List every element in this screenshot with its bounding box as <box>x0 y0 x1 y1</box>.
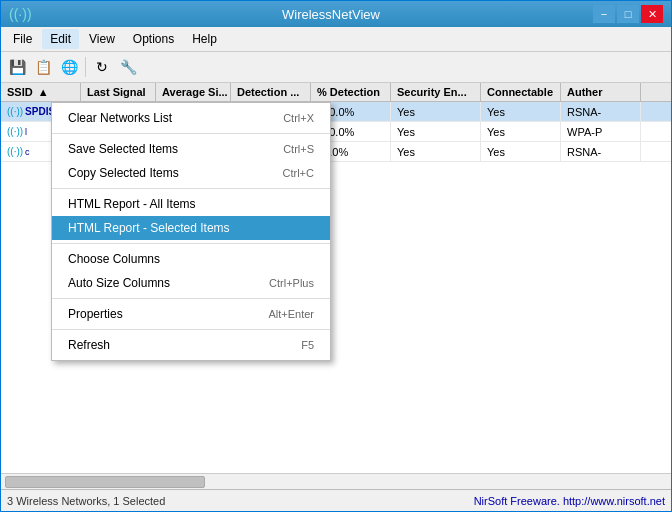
cell-sec: Yes <box>391 142 481 161</box>
menu-refresh[interactable]: Refresh F5 <box>52 333 330 357</box>
horizontal-scrollbar[interactable] <box>1 473 671 489</box>
main-window: ((·)) WirelessNetView − □ ✕ File Edit Vi… <box>0 0 672 512</box>
properties-icon: 🔧 <box>120 59 137 75</box>
table-body: ((·)) SPDIS FTPE A 100% 100% 2 100.0% Ye… <box>1 102 671 473</box>
col-header-auth[interactable]: Auther <box>561 83 641 101</box>
toolbar: 💾 📋 🌐 ↻ 🔧 <box>1 52 671 83</box>
toolbar-refresh-button[interactable]: ↻ <box>90 55 114 79</box>
menu-html-all[interactable]: HTML Report - All Items <box>52 192 330 216</box>
html-icon: 🌐 <box>61 59 78 75</box>
context-menu: Clear Networks List Ctrl+X Save Selected… <box>51 102 331 361</box>
toolbar-save-button[interactable]: 💾 <box>5 55 29 79</box>
menu-options[interactable]: Options <box>125 29 182 49</box>
cell-sec: Yes <box>391 122 481 141</box>
menu-bar: File Edit View Options Help <box>1 27 671 52</box>
window-title: WirelessNetView <box>69 7 593 22</box>
table-header: SSID ▲ Last Signal Average Si... Detecti… <box>1 83 671 102</box>
copy-icon: 📋 <box>35 59 52 75</box>
menu-save-selected[interactable]: Save Selected Items Ctrl+S <box>52 137 330 161</box>
menu-auto-size[interactable]: Auto Size Columns Ctrl+Plus <box>52 271 330 295</box>
refresh-icon: ↻ <box>96 59 108 75</box>
menu-choose-columns[interactable]: Choose Columns <box>52 247 330 271</box>
toolbar-copy-button[interactable]: 📋 <box>31 55 55 79</box>
menu-separator <box>52 243 330 244</box>
cell-conn: Yes <box>481 122 561 141</box>
menu-html-selected[interactable]: HTML Report - Selected Items <box>52 216 330 240</box>
toolbar-html-button[interactable]: 🌐 <box>57 55 81 79</box>
col-header-conn[interactable]: Connectable <box>481 83 561 101</box>
cell-conn: Yes <box>481 102 561 121</box>
title-bar: ((·)) WirelessNetView − □ ✕ <box>1 1 671 27</box>
menu-copy-selected[interactable]: Copy Selected Items Ctrl+C <box>52 161 330 185</box>
wifi-icon: ((·)) <box>7 126 23 137</box>
toolbar-props-button[interactable]: 🔧 <box>116 55 140 79</box>
cell-auth: WPA-P <box>561 122 641 141</box>
menu-file[interactable]: File <box>5 29 40 49</box>
cell-auth: RSNA- <box>561 102 641 121</box>
col-header-avg[interactable]: Average Si... <box>156 83 231 101</box>
menu-clear-networks[interactable]: Clear Networks List Ctrl+X <box>52 106 330 130</box>
menu-separator <box>52 188 330 189</box>
menu-view[interactable]: View <box>81 29 123 49</box>
menu-separator <box>52 133 330 134</box>
cell-sec: Yes <box>391 102 481 121</box>
status-bar: 3 Wireless Networks, 1 Selected NirSoft … <box>1 489 671 511</box>
wifi-icon: ((·)) <box>7 106 23 117</box>
maximize-button[interactable]: □ <box>617 5 639 23</box>
toolbar-separator <box>85 57 86 77</box>
col-header-pct[interactable]: % Detection <box>311 83 391 101</box>
menu-separator <box>52 329 330 330</box>
close-button[interactable]: ✕ <box>641 5 663 23</box>
status-nirsoft: NirSoft Freeware. http://www.nirsoft.net <box>474 495 665 507</box>
status-networks: 3 Wireless Networks, 1 Selected <box>7 495 165 507</box>
col-header-ssid[interactable]: SSID ▲ <box>1 83 81 101</box>
menu-edit[interactable]: Edit <box>42 29 79 49</box>
minimize-button[interactable]: − <box>593 5 615 23</box>
cell-conn: Yes <box>481 142 561 161</box>
scroll-thumb[interactable] <box>5 476 205 488</box>
menu-help[interactable]: Help <box>184 29 225 49</box>
wifi-icon: ((·)) <box>7 146 23 157</box>
col-header-sec[interactable]: Security En... <box>391 83 481 101</box>
menu-separator <box>52 298 330 299</box>
cell-auth: RSNA- <box>561 142 641 161</box>
save-icon: 💾 <box>9 59 26 75</box>
col-header-detect[interactable]: Detection ... <box>231 83 311 101</box>
col-header-signal[interactable]: Last Signal <box>81 83 156 101</box>
menu-properties[interactable]: Properties Alt+Enter <box>52 302 330 326</box>
window-controls: − □ ✕ <box>593 5 663 23</box>
